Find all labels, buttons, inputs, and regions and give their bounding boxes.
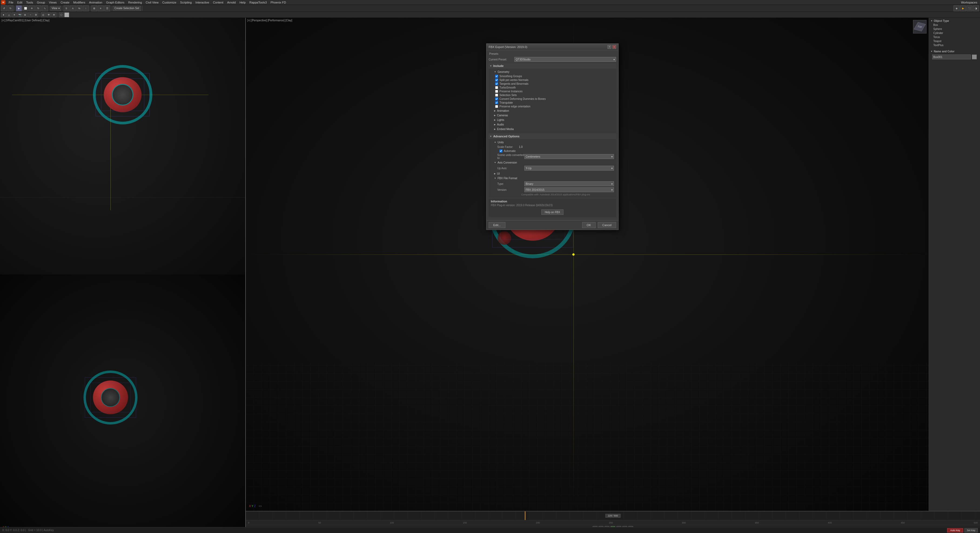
units-header[interactable]: ▼ Units [493,140,614,144]
systems-btn[interactable]: ⚙ [33,13,38,17]
menu-item-edit[interactable]: Edit [16,0,24,4]
move-btn[interactable]: ✛ [29,5,35,11]
spinner-snap[interactable]: ↑ [83,5,89,11]
selection-sets-checkbox[interactable] [495,94,498,97]
embed-media-header[interactable]: ▶ Embed Media [493,127,614,131]
object-type-cylinder[interactable]: Cylinder [930,31,979,35]
axis-conversion-header[interactable]: ▼ Axis Conversion [493,160,614,165]
up-axis-dropdown[interactable]: Y-Up ▾ [524,166,614,171]
object-type-header[interactable]: ▼ Object Type [930,19,979,23]
shapes-btn[interactable]: △ [6,13,11,17]
preserve-edge-checkbox[interactable] [495,105,498,108]
geometry-btn[interactable]: ● [1,13,6,17]
render-frame-btn[interactable]: ⬛ [966,5,972,11]
object-type-sphere[interactable]: Sphere [930,27,979,31]
isolate-btn[interactable]: ◎ [41,13,46,17]
align-btn[interactable]: ≡ [98,5,104,11]
triangulate-checkbox[interactable] [495,101,498,104]
cancel-btn[interactable]: Cancel [598,222,616,228]
ui-header[interactable]: ▶ UI [493,171,614,176]
menu-item-modifiers[interactable]: Modifiers [72,0,87,4]
object-name-input[interactable] [932,54,971,59]
menu-item-interactive[interactable]: Interactive [194,0,211,4]
menu-item-phoenix[interactable]: Phoenix FD [269,0,288,4]
object-type-textplus[interactable]: TextPlus [930,43,979,47]
cameras-btn[interactable]: 📷 [17,13,22,17]
select-region-btn[interactable]: ⬜ [22,5,29,11]
layer-btn[interactable]: ☰ [104,5,110,11]
helpers-btn[interactable]: ⊕ [23,13,27,17]
percent-snap[interactable]: % [76,5,83,11]
set-key-btn[interactable]: Set Key [964,528,978,533]
render-btn[interactable]: ▶ [960,5,966,11]
name-color-header[interactable]: ▼ Name and Color [930,49,979,54]
ok-btn[interactable]: OK [582,222,596,228]
menu-item-rappatools[interactable]: RappaTools3 [248,0,268,4]
type-dropdown[interactable]: Binary ▾ [524,181,614,186]
freeze-btn[interactable]: ❄ [52,13,56,17]
app-icon[interactable]: M [1,0,5,5]
timeline-track[interactable]: 229 / 600 [246,511,980,520]
preserve-instances-checkbox[interactable] [495,90,498,93]
viewport-bottom-left[interactable]: X Y Z [0,274,245,531]
menu-item-file[interactable]: File [7,0,15,4]
undo-btn[interactable]: ↺ [1,5,7,11]
version-dropdown[interactable]: FBX 2014/2015 ▾ [524,187,614,192]
geometry-header[interactable]: ▼ Geometry [493,70,614,74]
menu-item-scripting[interactable]: Scripting [178,0,193,4]
cameras-header[interactable]: ▶ Cameras [493,113,614,117]
render-setup-btn[interactable]: ◈ [953,5,959,11]
split-normals-checkbox[interactable] [495,79,498,81]
menu-item-graph-editors[interactable]: Graph Editors [105,0,126,4]
menu-item-create[interactable]: Create [59,0,71,4]
menu-item-content[interactable]: Content [211,0,225,4]
lights-header[interactable]: ▶ Lights [493,118,614,122]
current-preset-dropdown[interactable]: QT3DStudio ▾ [514,57,616,62]
scene-units-dropdown[interactable]: Centimeters ▾ [524,154,614,159]
menu-item-arnold[interactable]: Arnold [226,0,237,4]
object-type-teapot[interactable]: Teapot [930,39,979,43]
lights-btn[interactable]: ☀ [12,13,17,17]
spacewarps-btn[interactable]: ~ [28,13,33,17]
snap-toggle[interactable]: S [64,5,69,11]
nav-cube[interactable]: TOP [913,20,926,33]
dialog-help-btn[interactable]: ? [608,45,611,49]
menu-item-civil-view[interactable]: Civil View [144,0,160,4]
turbosmooth-checkbox[interactable] [495,86,498,89]
help-on-fbx-btn[interactable]: Help on FBX [541,209,564,215]
scale-btn[interactable]: ⤡ [42,5,48,11]
ref-coord-dropdown[interactable]: View ▾ [50,6,61,11]
menu-item-help[interactable]: Help [238,0,247,4]
color-swatch-name[interactable] [972,54,977,59]
active-shade-btn[interactable]: ◑ [973,5,979,11]
menu-item-views[interactable]: Views [47,0,58,4]
menu-item-tools[interactable]: Tools [25,0,35,4]
tangents-checkbox[interactable] [495,82,498,85]
redo-btn[interactable]: ↻ [8,5,14,11]
create-selection-set-btn[interactable]: Create Selection Set [113,6,141,11]
fbx-format-header[interactable]: ▼ FBX File Format [493,176,614,180]
animation-header[interactable]: ▶ Animation [493,109,614,113]
menu-item-customize[interactable]: Customize [161,0,178,4]
workspaces-label[interactable]: Workspaces [959,0,979,4]
include-section-header[interactable]: ▼ Include [488,63,616,68]
viewport-top-left[interactable]: [+] [VRayCam001] [User Defined] [Clay] [0,18,245,274]
angle-snap[interactable]: A [70,5,76,11]
select-btn[interactable]: ▶ [16,5,22,11]
autokey-btn[interactable]: Auto Key [947,528,963,533]
object-type-torus[interactable]: Torus [930,35,979,39]
smoothing-groups-checkbox[interactable] [495,75,498,78]
menu-item-group[interactable]: Group [35,0,47,4]
menu-item-animation[interactable]: Animation [88,0,104,4]
object-type-box[interactable]: Box [930,23,979,27]
dialog-close-btn[interactable]: × [612,45,616,49]
hide-btn[interactable]: 👁 [46,13,51,17]
mirror-btn[interactable]: ⊞ [91,5,97,11]
convert-dummies-checkbox[interactable] [495,97,498,100]
advanced-section-header[interactable]: ▼ Advanced Options [488,134,616,139]
rotate-btn[interactable]: ↻ [35,5,41,11]
display-type-btn[interactable]: ⬡ [59,13,64,17]
edit-btn[interactable]: Edit... [488,222,505,228]
audio-header[interactable]: ▶ Audio [493,122,614,127]
color-swatch[interactable] [64,13,69,17]
